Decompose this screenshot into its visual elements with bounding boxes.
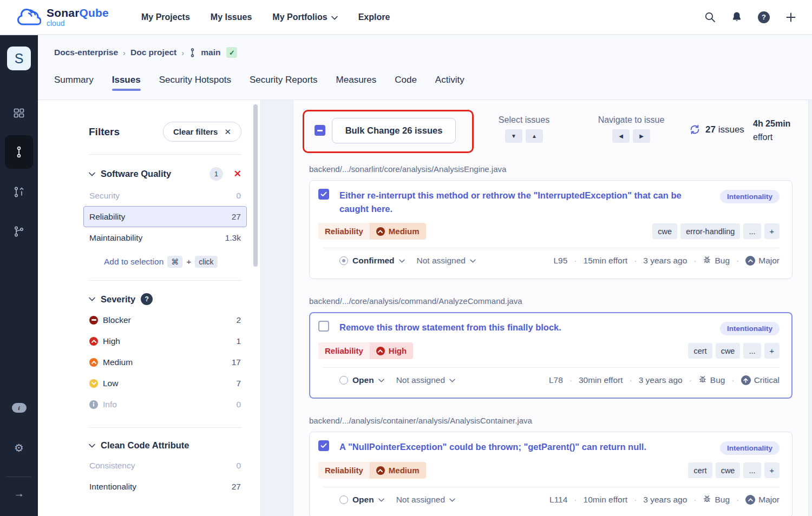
legacy-severity[interactable]: Major <box>745 256 780 266</box>
tag-cwe[interactable]: cwe <box>652 223 677 239</box>
assignee-dropdown[interactable]: Not assigned <box>417 256 476 266</box>
clean-code-attribute-badge[interactable]: Intentionality <box>720 190 780 203</box>
branch-icon-active[interactable] <box>0 144 38 160</box>
filter-intentionality[interactable]: Intentionality 27 <box>83 476 247 497</box>
branches-icon[interactable] <box>0 223 38 240</box>
issue-card[interactable]: A "NullPointerException" could be thrown… <box>309 432 793 516</box>
pull-request-icon[interactable] <box>0 184 38 200</box>
clear-section-icon[interactable]: ✕ <box>234 168 241 180</box>
assignee-dropdown[interactable]: Not assigned <box>396 375 455 385</box>
navigate-next-button[interactable]: ▶ <box>633 129 650 143</box>
tag-cwe[interactable]: cwe <box>716 343 741 359</box>
issue-title-link[interactable]: A "NullPointerException" could be thrown… <box>339 440 710 454</box>
filter-severity-info[interactable]: Info 0 <box>83 394 247 415</box>
tab-activity[interactable]: Activity <box>435 75 464 94</box>
more-tags-button[interactable]: ... <box>743 343 761 359</box>
search-icon[interactable] <box>704 11 716 23</box>
navigate-previous-button[interactable]: ◀ <box>612 129 630 143</box>
chevron-down-icon[interactable] <box>89 444 95 448</box>
tab-summary[interactable]: Summary <box>54 75 94 94</box>
issue-type[interactable]: Bug <box>698 375 725 386</box>
severity-help-icon[interactable]: ? <box>141 293 153 305</box>
tab-security-reports[interactable]: Security Reports <box>250 75 318 94</box>
help-icon[interactable]: ? <box>758 11 770 23</box>
tag-cwe[interactable]: cwe <box>716 462 741 478</box>
chevron-down-icon[interactable] <box>89 172 95 176</box>
cloud-logo-icon <box>16 6 41 29</box>
expand-sidebar-arrow-icon[interactable]: → <box>0 485 38 501</box>
nav-my-issues[interactable]: My Issues <box>211 12 252 22</box>
issue-title-link[interactable]: Either re-interrupt this method or rethr… <box>339 189 710 216</box>
breadcrumb-org[interactable]: Docs-enterprise <box>54 48 118 57</box>
filter-severity-blocker[interactable]: Blocker 2 <box>83 309 247 330</box>
more-tags-button[interactable]: ... <box>743 462 761 478</box>
quality-gate-passed-icon: ✓ <box>226 47 237 58</box>
status-dropdown[interactable]: Open <box>339 375 384 385</box>
nav-my-projects[interactable]: My Projects <box>141 12 190 22</box>
add-tag-button[interactable]: + <box>764 343 780 359</box>
tab-measures[interactable]: Measures <box>336 75 377 94</box>
filter-consistency[interactable]: Consistency 0 <box>83 455 247 476</box>
legacy-severity[interactable]: Critical <box>741 375 780 385</box>
status-dropdown[interactable]: Open <box>339 495 384 505</box>
quality-severity-chip[interactable]: Reliability Medium <box>318 462 426 479</box>
info-icon[interactable]: i <box>0 400 38 416</box>
divider <box>89 280 241 281</box>
clean-code-attribute-badge[interactable]: Intentionality <box>720 441 780 455</box>
chevron-down-icon[interactable] <box>89 297 95 301</box>
issue-checkbox[interactable] <box>318 189 329 200</box>
tag-cert[interactable]: cert <box>688 343 712 359</box>
filter-severity-medium[interactable]: Medium 17 <box>83 352 247 373</box>
legacy-severity[interactable]: Major <box>745 495 780 505</box>
nav-explore[interactable]: Explore <box>358 12 390 22</box>
effort-label: 15min effort <box>584 256 628 266</box>
project-avatar[interactable]: S <box>7 47 31 70</box>
assignee-dropdown[interactable]: Not assigned <box>396 495 455 505</box>
clean-code-attribute-badge[interactable]: Intentionality <box>720 322 780 335</box>
sonarqube-logo[interactable]: SonarQube cloud <box>16 6 109 29</box>
quality-severity-chip[interactable]: Reliability Medium <box>318 223 426 240</box>
settings-gear-icon[interactable]: ⚙ <box>0 440 38 456</box>
issue-card[interactable]: Either re-interrupt this method or rethr… <box>309 180 793 279</box>
line-number: L78 <box>549 375 563 385</box>
tab-issues[interactable]: Issues <box>112 75 141 94</box>
clean-code-attribute-section-title[interactable]: Clean Code Attribute <box>101 440 189 451</box>
filter-security[interactable]: Security 0 <box>83 185 247 206</box>
tab-code[interactable]: Code <box>395 75 417 94</box>
quality-severity-chip[interactable]: Reliability High <box>318 342 413 359</box>
add-tag-button[interactable]: + <box>764 462 780 478</box>
issue-type[interactable]: Bug <box>703 255 730 266</box>
filter-severity-high[interactable]: High 1 <box>83 330 247 352</box>
select-next-button[interactable]: ▼ <box>505 129 522 143</box>
low-severity-icon <box>89 379 98 388</box>
select-all-checkbox[interactable] <box>315 125 325 136</box>
bulk-change-button[interactable]: Bulk Change 26 issues <box>332 118 456 143</box>
filter-maintainability[interactable]: Maintainability 1.3k <box>83 227 247 248</box>
nav-my-portfolios[interactable]: My Portfolios <box>272 12 337 22</box>
file-path-label: backend/.../core/analysis/command/Analyz… <box>309 296 793 307</box>
issue-card-selected[interactable]: Remove this throw statement from this fi… <box>309 312 793 399</box>
issue-title-link[interactable]: Remove this throw statement from this fi… <box>339 321 710 334</box>
issue-checkbox[interactable] <box>318 321 329 332</box>
notifications-bell-icon[interactable] <box>731 11 743 23</box>
more-tags-button[interactable]: ... <box>743 223 761 239</box>
filters-scrollbar[interactable] <box>253 104 258 267</box>
tab-security-hotspots[interactable]: Security Hotspots <box>159 75 231 94</box>
tag-error-handling[interactable]: error-handling <box>680 223 740 239</box>
issue-checkbox[interactable] <box>318 440 329 451</box>
breadcrumb-branch[interactable]: main <box>201 48 220 57</box>
status-dropdown[interactable]: Confirmed <box>339 256 405 266</box>
severity-section-title[interactable]: Severity <box>101 294 135 305</box>
overview-grid-icon[interactable] <box>0 105 38 121</box>
filter-reliability-selected[interactable]: Reliability 27 <box>83 206 247 227</box>
tag-cert[interactable]: cert <box>688 462 712 478</box>
add-tag-button[interactable]: + <box>764 223 780 239</box>
breadcrumb-project[interactable]: Doc project <box>130 48 176 57</box>
reload-icon[interactable] <box>689 124 700 135</box>
select-previous-button[interactable]: ▲ <box>526 129 543 143</box>
software-quality-section-title[interactable]: Software Quality <box>101 169 171 179</box>
filter-severity-low[interactable]: Low 7 <box>83 373 247 394</box>
issue-type[interactable]: Bug <box>703 494 730 505</box>
create-plus-icon[interactable] <box>785 11 797 23</box>
clear-filters-button[interactable]: Clear filters ✕ <box>163 122 241 142</box>
